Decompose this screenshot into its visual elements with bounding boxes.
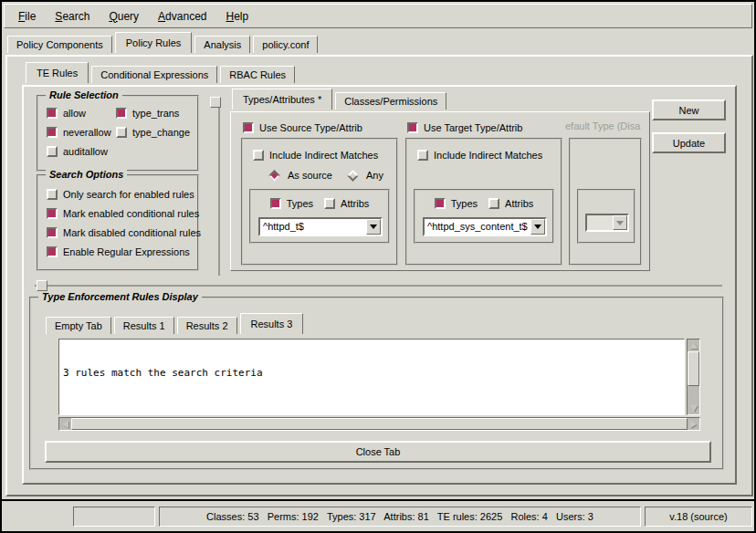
tab-policy-conf[interactable]: policy.conf: [253, 36, 318, 53]
results-text-area[interactable]: 3 rules match the search criteria (5822)…: [58, 339, 685, 415]
use-target-type-attrib: Use Target Type/Attrib: [407, 121, 522, 134]
checkbox-unchecked-icon: [116, 127, 127, 138]
rule-allow-checkbox[interactable]: allow: [47, 107, 116, 120]
tab-results-2[interactable]: Results 2: [177, 317, 237, 334]
src-types-checkbox[interactable]: Types: [270, 197, 313, 210]
chevron-down-icon: [534, 225, 541, 229]
new-button[interactable]: New: [652, 99, 726, 120]
statusbar-stats: Classes: 53 Perms: 192 Types: 317 Attrib…: [159, 507, 641, 527]
tgt-types-checkbox[interactable]: Types: [435, 197, 478, 210]
default-type-combobox: [585, 214, 629, 232]
vertical-scrollbar[interactable]: [687, 339, 700, 415]
rule-type-trans-checkbox[interactable]: type_trans: [116, 107, 197, 120]
vertical-sash-line: [218, 97, 220, 276]
opt-mark-disabled-conditional-rules-checkbox[interactable]: Mark disabled conditional rules: [47, 226, 201, 239]
horizontal-sash-handle[interactable]: [37, 280, 47, 291]
checkbox-checked-icon: [47, 208, 58, 219]
source-type-combobox[interactable]: ^httpd_t$: [258, 217, 383, 236]
rule-type-trans-label: type_trans: [132, 108, 179, 119]
main-tab-row: Policy ComponentsPolicy RulesAnalysispol…: [7, 32, 320, 53]
rule-tab-row: TE RulesConditional ExpressionsRBAC Rule…: [26, 62, 298, 83]
opt-enable-regular-expressions-checkbox[interactable]: Enable Regular Expressions: [47, 246, 201, 258]
src-types-label: Types: [287, 198, 313, 209]
tab-policy-components[interactable]: Policy Components: [7, 36, 112, 53]
menu-file[interactable]: File: [10, 7, 44, 26]
target-type-combo-value: ^httpd_sys_content_t$: [425, 219, 530, 235]
update-button[interactable]: Update: [652, 132, 726, 153]
horizontal-scrollbar-thumb[interactable]: [71, 418, 688, 430]
rule-type-change-label: type_change: [132, 127, 190, 138]
vertical-scrollbar-thumb[interactable]: [688, 351, 699, 386]
target-type-combobox[interactable]: ^httpd_sys_content_t$: [423, 217, 547, 236]
src-as-source-label: As source: [288, 170, 332, 181]
radio-unselected-icon: [347, 170, 359, 182]
apol-window: FileSearchQueryAdvancedHelp Policy Compo…: [0, 0, 756, 533]
rule-auditallow-label: auditallow: [63, 146, 108, 157]
radio-selected-icon: [268, 170, 280, 182]
source-kind: TypesAttribs: [251, 197, 388, 210]
rule-selection-options: allowtype_transneverallowtype_changeaudi…: [38, 97, 197, 158]
horizontal-scrollbar[interactable]: [58, 417, 700, 431]
results-tab-row: Empty TabResults 1Results 2Results 3: [46, 313, 306, 334]
src-use-source-type-attrib-checkbox[interactable]: Use Source Type/Attrib: [243, 121, 362, 134]
tgt-use-target-type-attrib-checkbox[interactable]: Use Target Type/Attrib: [407, 121, 522, 134]
tab-rbac-rules[interactable]: RBAC Rules: [220, 66, 295, 83]
arrow-left-icon: [62, 421, 68, 428]
target-kind: TypesAttribs: [415, 197, 552, 210]
checkbox-unchecked-icon: [417, 150, 428, 161]
opt-mark-disabled-conditional-rules-label: Mark disabled conditional rules: [63, 227, 201, 238]
close-tab-button[interactable]: Close Tab: [45, 441, 711, 463]
horizontal-sash-line: [35, 285, 722, 287]
target-combo-dropdown-button[interactable]: [530, 219, 545, 235]
src-attribs-checkbox[interactable]: Attribs: [324, 197, 369, 210]
results-summary: 3 rules match the search criteria: [63, 367, 680, 380]
menu-advanced[interactable]: Advanced: [150, 7, 215, 26]
types-attributes-tab-row: Types/Attributes *Classes/Permissions: [232, 89, 449, 110]
results-title: Type Enforcement Rules Display: [38, 291, 202, 302]
src-include-indirect-matches-checkbox[interactable]: Include Indirect Matches: [253, 149, 378, 162]
default-type-combo-value: [587, 215, 613, 230]
target-types-box: TypesAttribs ^httpd_sys_content_t$: [414, 189, 554, 244]
tab-conditional-expressions[interactable]: Conditional Expressions: [91, 66, 217, 83]
rule-type-change-checkbox[interactable]: type_change: [116, 126, 197, 139]
vertical-scrollbar-trough[interactable]: [688, 386, 699, 402]
tab-policy-rules[interactable]: Policy Rules: [115, 32, 193, 53]
src-any-radio[interactable]: Any: [347, 170, 383, 181]
tgt-attribs-checkbox[interactable]: Attribs: [488, 197, 533, 210]
tab-classes-permissions[interactable]: Classes/Permissions: [335, 92, 446, 110]
tgt-use-target-type-attrib-label: Use Target Type/Attrib: [424, 122, 522, 133]
tab-te-rules[interactable]: TE Rules: [26, 62, 89, 83]
tab-results-1[interactable]: Results 1: [114, 317, 174, 334]
tgt-attribs-label: Attribs: [505, 198, 533, 209]
source-types-box: TypesAttribs ^httpd_t$: [249, 189, 390, 244]
menu-help[interactable]: Help: [217, 7, 257, 26]
scroll-down-button[interactable]: [688, 402, 699, 414]
checkbox-unchecked-icon: [47, 189, 58, 200]
menu-search[interactable]: Search: [47, 7, 98, 26]
tgt-include-indirect-matches-label: Include Indirect Matches: [434, 150, 542, 161]
tab-empty-tab[interactable]: Empty Tab: [46, 317, 111, 334]
src-include-indirect-matches-label: Include Indirect Matches: [269, 150, 378, 161]
search-options-group: Search Options Only search for enabled r…: [37, 174, 199, 271]
opt-mark-enabled-conditional-rules-checkbox[interactable]: Mark enabled conditional rules: [47, 207, 201, 220]
default-combo-dropdown-button: [613, 215, 627, 230]
src-use-source-type-attrib-label: Use Source Type/Attrib: [259, 122, 362, 133]
src-as-source-radio[interactable]: As source: [268, 170, 332, 181]
tab-results-3[interactable]: Results 3: [240, 313, 304, 334]
opt-only-search-for-enabled-rules-checkbox[interactable]: Only search for enabled rules: [47, 188, 201, 201]
tgt-include-indirect-matches-checkbox[interactable]: Include Indirect Matches: [417, 149, 542, 162]
use-source-type-attrib: Use Source Type/Attrib: [243, 121, 362, 134]
tab-analysis[interactable]: Analysis: [194, 36, 250, 53]
rule-neverallow-checkbox[interactable]: neverallow: [47, 126, 116, 139]
rule-auditallow-checkbox[interactable]: auditallow: [47, 145, 116, 158]
scroll-left-button[interactable]: [59, 418, 71, 430]
checkbox-checked-icon: [47, 127, 58, 138]
tab-types-attributes[interactable]: Types/Attributes *: [232, 89, 332, 110]
source-combo-dropdown-button[interactable]: [366, 219, 381, 235]
scroll-right-button[interactable]: [688, 418, 699, 430]
src-attribs-label: Attribs: [341, 198, 369, 209]
scroll-up-button[interactable]: [688, 340, 699, 351]
menu-query[interactable]: Query: [100, 7, 147, 26]
rule-neverallow-label: neverallow: [63, 127, 111, 138]
vertical-sash-handle[interactable]: [210, 97, 221, 108]
